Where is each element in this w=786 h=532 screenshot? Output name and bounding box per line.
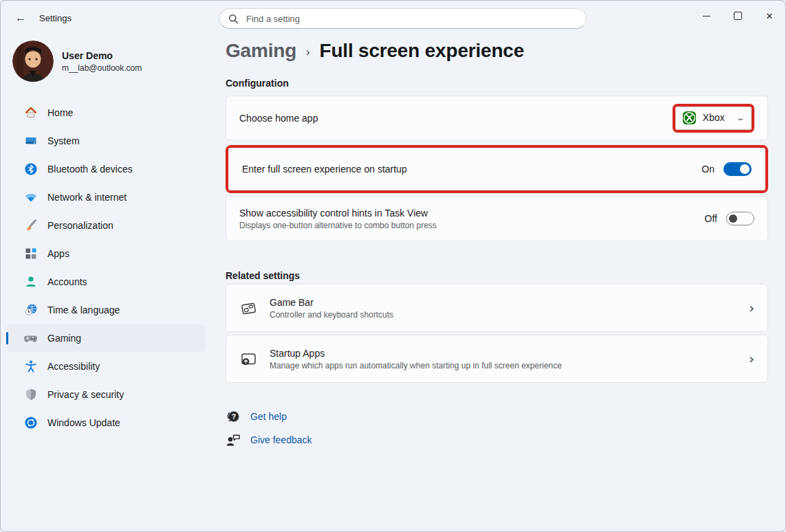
back-arrow-icon: ← — [15, 12, 26, 24]
sidebar-item-label: System — [47, 135, 80, 146]
sidebar-item-home[interactable]: Home — [6, 99, 206, 126]
home-app-dropdown[interactable]: Xbox ⌄ — [675, 107, 752, 130]
annotation-highlight-row: Enter full screen experience on startup … — [226, 145, 768, 193]
sidebar-item-system[interactable]: System — [6, 127, 206, 155]
breadcrumb: Gaming › Full screen experience — [226, 40, 768, 62]
toggle-state-label: Off — [705, 213, 717, 224]
bluetooth-icon — [23, 162, 38, 177]
gaming-icon — [23, 331, 38, 346]
chevron-right-icon: › — [749, 351, 754, 367]
profile-email: m__lab@outlook.com — [62, 63, 142, 73]
sidebar-item-network-internet[interactable]: Network & internet — [6, 184, 206, 211]
chevron-right-icon: › — [749, 300, 754, 316]
section-title-configuration: Configuration — [226, 78, 768, 89]
sidebar-nav: Home System Bluetooth & devices Network … — [4, 98, 208, 437]
sidebar-item-label: Apps — [47, 248, 69, 259]
give-feedback-label: Give feedback — [250, 434, 312, 445]
chevron-down-icon: ⌄ — [736, 113, 745, 122]
apps-icon — [23, 247, 38, 261]
get-help-link[interactable]: ? Get help — [226, 408, 287, 425]
get-help-label: Get help — [250, 411, 287, 422]
sidebar-item-label: Home — [47, 107, 73, 118]
accessibility-icon — [23, 359, 38, 374]
get-help-icon: ? — [226, 409, 241, 424]
sidebar-item-apps[interactable]: Apps — [6, 240, 206, 267]
related-title: Game Bar — [270, 297, 393, 308]
toggle-state-label: On — [701, 164, 714, 175]
sidebar-item-label: Windows Update — [47, 417, 120, 428]
sidebar-item-label: Time & language — [47, 304, 120, 315]
app-title: Settings — [39, 13, 72, 23]
network-icon — [23, 190, 38, 205]
sidebar-item-privacy-security[interactable]: Privacy & security — [6, 381, 206, 408]
setting-label: Choose home app — [239, 113, 318, 124]
related-row-game-bar[interactable]: Game Bar Controller and keyboard shortcu… — [226, 284, 768, 332]
breadcrumb-separator-icon: › — [306, 45, 309, 59]
related-title: Startup Apps — [270, 348, 562, 359]
sidebar-item-label: Personalization — [47, 220, 113, 231]
sidebar-item-label: Privacy & security — [47, 389, 124, 400]
profile-name: User Demo — [62, 50, 142, 61]
sidebar-item-accounts[interactable]: Accounts — [6, 268, 206, 296]
sidebar-item-label: Accessibility — [47, 361, 100, 372]
personalization-icon — [23, 219, 38, 233]
setting-label: Show accessibility control hints in Task… — [239, 208, 437, 219]
system-icon — [23, 134, 38, 148]
related-text: Game Bar Controller and keyboard shortcu… — [270, 297, 393, 320]
setting-row-choose-home-app: Choose home app Xbox ⌄ — [226, 96, 768, 140]
profile-text: User Demo m__lab@outlook.com — [62, 50, 142, 73]
give-feedback-link[interactable]: Give feedback — [226, 431, 312, 448]
home-icon — [23, 106, 38, 120]
game-bar-icon — [239, 299, 258, 318]
toggle-knob — [740, 164, 750, 174]
annotation-highlight-dropdown: Xbox ⌄ — [673, 104, 754, 133]
user-profile[interactable]: User Demo m__lab@outlook.com — [12, 41, 142, 82]
time-language-icon — [23, 303, 38, 318]
setting-row-accessibility-hints: Show accessibility control hints in Task… — [226, 196, 768, 241]
sidebar-item-bluetooth-devices[interactable]: Bluetooth & devices — [6, 155, 206, 183]
footer-links: ? Get help Give feedback — [226, 408, 768, 448]
related-subtitle: Controller and keyboard shortcuts — [270, 310, 393, 320]
setting-text: Show accessibility control hints in Task… — [239, 208, 437, 230]
sidebar-item-label: Gaming — [47, 333, 81, 344]
fullscreen-startup-toggle[interactable] — [723, 162, 752, 176]
avatar — [12, 41, 54, 82]
main-content: Gaming › Full screen experience Configur… — [226, 1, 768, 448]
sidebar-item-time-language[interactable]: Time & language — [6, 296, 206, 324]
related-row-startup-apps[interactable]: Startup Apps Manage which apps run autom… — [226, 335, 768, 383]
accessibility-hints-toggle[interactable] — [726, 212, 754, 225]
sidebar-item-label: Bluetooth & devices — [47, 164, 133, 175]
section-title-related-settings: Related settings — [226, 270, 768, 281]
sidebar-item-label: Accounts — [47, 276, 87, 287]
related-subtitle: Manage which apps run automatically when… — [270, 361, 562, 370]
toggle-knob — [729, 214, 737, 223]
startup-apps-icon — [239, 350, 258, 368]
windows-update-icon — [23, 416, 38, 430]
xbox-icon — [682, 111, 697, 125]
home-app-dropdown-value: Xbox — [703, 112, 725, 123]
related-text: Startup Apps Manage which apps run autom… — [270, 348, 562, 370]
settings-window: ← Settings ✕ — [0, 0, 786, 532]
sidebar-item-label: Network & internet — [47, 192, 127, 203]
sidebar-item-windows-update[interactable]: Windows Update — [6, 409, 206, 436]
page-title: Full screen experience — [320, 40, 525, 62]
give-feedback-icon — [226, 432, 241, 447]
setting-row-fullscreen-startup: Enter full screen experience on startup … — [228, 148, 765, 190]
privacy-icon — [23, 388, 38, 402]
accounts-icon — [23, 275, 38, 289]
setting-label: Enter full screen experience on startup — [242, 164, 407, 175]
sidebar-item-gaming[interactable]: Gaming — [6, 324, 206, 352]
sidebar-item-personalization[interactable]: Personalization — [6, 212, 206, 239]
breadcrumb-parent[interactable]: Gaming — [226, 40, 296, 62]
sidebar-item-accessibility[interactable]: Accessibility — [6, 353, 206, 380]
back-button[interactable]: ← — [10, 9, 31, 27]
setting-description: Displays one-button alternative to combo… — [239, 221, 437, 230]
svg-text:?: ? — [232, 412, 236, 420]
